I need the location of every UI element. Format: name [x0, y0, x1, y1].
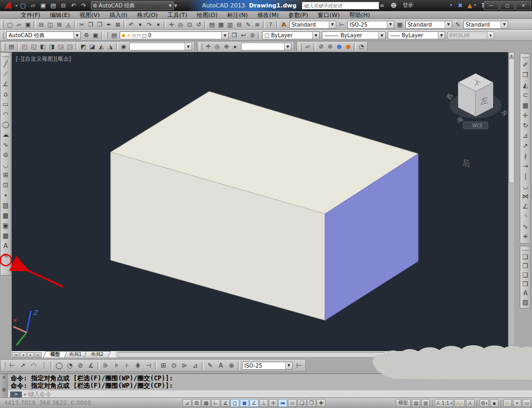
text-style-icon[interactable]: A [279, 20, 288, 29]
toolbar-grip[interactable] [1, 32, 4, 39]
front-view-icon[interactable]: ◲ [56, 43, 65, 51]
table-icon[interactable]: ▦ [1, 230, 10, 240]
selection-cycling-toggle[interactable]: ❐ [307, 399, 316, 407]
status-menu-arrow-icon[interactable]: ▾ [513, 399, 521, 407]
toolbar-lock-icon[interactable]: ▪ [490, 399, 498, 407]
spline-icon[interactable]: ∿ [1, 139, 10, 149]
center-mark-icon[interactable]: ⊙ [169, 361, 179, 370]
scale-icon[interactable]: ⊿ [521, 130, 530, 140]
dim-aligned-icon[interactable]: ↗ [18, 361, 28, 370]
scroll-up-icon[interactable]: ▲ [509, 52, 514, 58]
tolerance-icon[interactable]: ⊞ [158, 361, 169, 370]
zoom-window-icon[interactable]: ⊡ [185, 20, 194, 29]
fillet-icon[interactable]: ◝ [521, 211, 530, 221]
infer-constraints-toggle[interactable]: ⊿ [182, 399, 192, 407]
region-icon[interactable]: ▣ [1, 220, 10, 230]
quick-properties-toggle[interactable]: ❏ [297, 399, 306, 407]
dim-baseline-icon[interactable]: ⊧ [111, 361, 122, 370]
signin-label[interactable]: 登录 [400, 1, 416, 10]
left-view-icon[interactable]: ◧ [38, 43, 47, 51]
vs-2d-wireframe-icon[interactable]: ▱ [303, 43, 312, 51]
dim-ordinate-icon[interactable]: ⋮ [39, 361, 49, 370]
polyline-icon[interactable]: ∠ [1, 79, 10, 89]
menu-parametric[interactable]: 参数(P) [284, 11, 313, 19]
menu-format[interactable]: 格式(O) [132, 11, 162, 19]
hatch-to-back-icon[interactable]: ▨ [521, 297, 530, 306]
mleader-style-icon[interactable]: ✎ [453, 20, 462, 29]
undo-dropdown-icon[interactable]: ▾ [136, 20, 145, 29]
zoom-previous-icon[interactable]: ↺ [194, 20, 203, 29]
dim-text-edit-icon[interactable]: A [215, 361, 226, 370]
mirror-icon[interactable]: ◭ [521, 80, 530, 90]
hatch-icon[interactable]: ▨ [1, 200, 10, 210]
arc-icon[interactable]: ◠ [1, 109, 10, 119]
copy-icon[interactable]: ❐ [86, 20, 95, 29]
make-block-icon[interactable]: ⊡ [1, 180, 10, 190]
line-icon[interactable]: ╱ [1, 59, 10, 69]
menu-view[interactable]: 视图(V) [74, 11, 104, 19]
snap-mode-toggle[interactable]: ⊞ [192, 399, 201, 407]
toolbar-grip[interactable] [2, 54, 9, 57]
toolbar-grip[interactable] [200, 43, 202, 51]
linetype-dropdown[interactable]: ——— ByLayer ▼ [322, 31, 386, 39]
dim-update-icon[interactable]: ⊕ [226, 361, 237, 370]
dim-arc-length-icon[interactable]: ◠ [28, 361, 39, 370]
export-dwf-icon[interactable]: ◬ [64, 20, 73, 29]
dim-style-dropdown[interactable]: ISO-25 ▼ [347, 21, 394, 29]
multiline-text-icon[interactable]: A [1, 240, 10, 251]
pan-icon[interactable]: ✛ [167, 20, 176, 29]
construction-line-icon[interactable]: ⟋ [1, 69, 10, 79]
open-icon[interactable]: ▱ [14, 20, 23, 29]
dynamic-input-toggle[interactable]: ✛ [269, 399, 278, 407]
camera-icon[interactable]: ◉ [119, 43, 128, 51]
scroll-down-icon[interactable]: ▼ [509, 345, 514, 351]
dim-style-manager-icon[interactable]: ⊢ [294, 361, 304, 370]
3d-object-snap-toggle[interactable]: ◼ [240, 399, 249, 407]
open-icon[interactable]: ▱ [28, 1, 38, 10]
qnew-icon[interactable]: ▢ [5, 20, 14, 29]
menu-tools[interactable]: 工具(T) [163, 11, 192, 19]
match-properties-icon[interactable]: ✒ [104, 20, 113, 29]
lineweight-dropdown[interactable]: —— ByLayer ▼ [388, 31, 445, 39]
help-icon[interactable]: ? [266, 20, 275, 29]
quick-access-overflow-icon[interactable]: ▼ [174, 4, 177, 8]
autoscale-icon[interactable]: 人 [466, 399, 475, 407]
object-color-dropdown[interactable]: □ ByLayer ▼ [262, 31, 320, 39]
dim-break-icon[interactable]: ⊣ [143, 361, 154, 370]
layout-button-icon[interactable]: ▤ [412, 399, 420, 407]
minimize-button[interactable]: — [484, 1, 499, 10]
plot-preview-icon[interactable]: ◫ [46, 20, 55, 29]
sheetset-manager-icon[interactable]: ⊟ [235, 20, 244, 29]
qsave-icon[interactable]: ▣ [38, 1, 48, 10]
right-view-icon[interactable]: ◨ [47, 43, 56, 51]
tab-next-icon[interactable]: ▸ [27, 352, 34, 357]
redo-dropdown-icon[interactable]: ▾ [154, 20, 163, 29]
vertical-scroll-thumb[interactable] [509, 59, 514, 183]
bring-to-front-icon[interactable]: ❏ [521, 252, 530, 261]
dim-style-icon[interactable]: ⊢ [337, 20, 346, 29]
workspace-switching-icon[interactable]: ⚙ ▾ [479, 399, 489, 407]
insert-block-icon[interactable]: ⊞ [1, 170, 10, 180]
table-style-icon[interactable]: ▦ [395, 20, 404, 29]
a360-arrow-icon[interactable]: ▾ [474, 1, 476, 10]
mleader-style-dropdown[interactable]: Standard ▼ [463, 21, 508, 29]
plot-icon[interactable]: ⊟ [37, 20, 46, 29]
exchange-apps-icon[interactable]: ✖ [456, 1, 464, 10]
menu-help[interactable]: 帮助(H) [345, 11, 375, 19]
make-current-layer-icon[interactable]: ❐ [230, 31, 239, 40]
blend-curves-icon[interactable]: ∿ [521, 221, 530, 231]
dim-angular-icon[interactable]: ∡ [86, 361, 96, 370]
ne-isometric-icon[interactable]: ◭ [97, 43, 106, 51]
dim-inspect-icon[interactable]: ⊳ [179, 361, 190, 370]
named-views-icon[interactable]: ▤ [7, 43, 16, 51]
menu-dimension[interactable]: 标注(N) [222, 11, 253, 19]
3d-zoom-icon[interactable]: ◎ [213, 43, 222, 51]
table-style-dropdown[interactable]: Standard ▼ [405, 21, 452, 29]
rectangle-icon[interactable]: ▭ [1, 99, 10, 109]
command-tools-icon[interactable]: ⚙ [2, 387, 6, 393]
tool-palettes-icon[interactable]: ▥ [226, 20, 235, 29]
3d-nav-combo[interactable]: ▼ [241, 43, 292, 51]
dim-style-dropdown[interactable]: ISO-25 ▼ [242, 362, 293, 370]
add-selected-icon[interactable]: ✎ [1, 251, 10, 261]
quickview-layouts-icon[interactable]: ▥ [421, 399, 430, 407]
